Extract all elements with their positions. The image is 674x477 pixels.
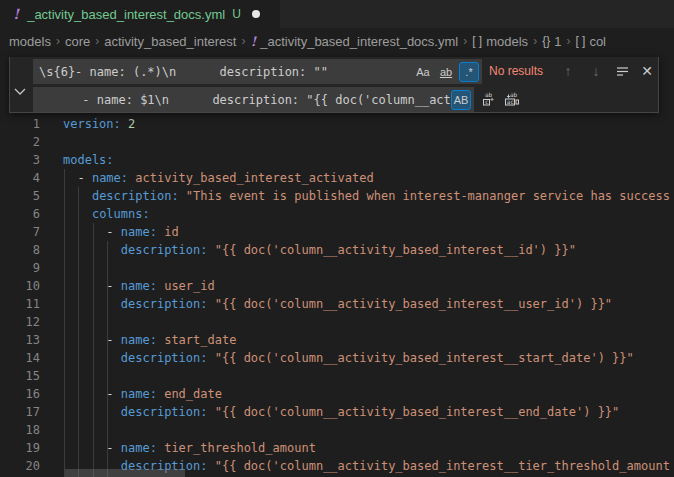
code-token: -: [63, 225, 121, 239]
code-token: user_id: [164, 279, 215, 293]
breadcrumb-item-models[interactable]: [ ]models: [472, 34, 528, 49]
breadcrumb-item-_activity_based_interest_docs.yml[interactable]: !_activity_based_interest_docs.yml: [250, 34, 458, 49]
line-number[interactable]: 1: [0, 115, 40, 133]
code-line[interactable]: [63, 367, 674, 385]
find-input-value: \s{6}- name: (.*)\n description: "": [33, 65, 413, 79]
breadcrumb-label: _activity_based_interest_docs.yml: [260, 34, 458, 49]
line-number[interactable]: 5: [0, 187, 40, 205]
code-token: -: [63, 333, 121, 347]
modified-indicator-dot[interactable]: [252, 10, 260, 18]
line-number[interactable]: 11: [0, 295, 40, 313]
code-token: description:: [121, 297, 208, 311]
code-token: name:: [121, 279, 157, 293]
code-token: description:: [121, 405, 208, 419]
line-number[interactable]: 13: [0, 331, 40, 349]
svg-text:c: c: [485, 98, 489, 105]
line-number[interactable]: 20: [0, 457, 40, 475]
code-token: name:: [92, 171, 128, 185]
line-number[interactable]: 14: [0, 349, 40, 367]
code-line[interactable]: columns:: [63, 205, 674, 223]
code-line[interactable]: version: 2: [63, 115, 674, 133]
code-token: id: [164, 225, 178, 239]
code-line[interactable]: models:: [63, 151, 674, 169]
breadcrumb-separator-icon: ›: [533, 34, 537, 48]
code-line[interactable]: - name: end_date: [63, 385, 674, 403]
line-number[interactable]: 10: [0, 277, 40, 295]
code-token: [179, 189, 186, 203]
line-number[interactable]: 18: [0, 421, 40, 439]
replace-all-button[interactable]: ab ac: [502, 89, 522, 109]
line-number[interactable]: 19: [0, 439, 40, 457]
code-token: [63, 207, 92, 221]
breadcrumb-label: core: [65, 34, 90, 49]
line-number[interactable]: 8: [0, 241, 40, 259]
code-token: activity_based_interest_activated: [135, 171, 373, 185]
line-number[interactable]: 16: [0, 385, 40, 403]
breadcrumb-item-core[interactable]: core: [65, 34, 90, 49]
code-line[interactable]: [63, 259, 674, 277]
vscode-window: ! _activity_based_interest_docs.yml U mo…: [0, 0, 674, 477]
line-number[interactable]: 9: [0, 259, 40, 277]
line-number[interactable]: 7: [0, 223, 40, 241]
code-token: "{{ doc('column__activity_based_interest…: [215, 243, 576, 257]
replace-input[interactable]: - name: $1\n description: "{{ doc('colum…: [33, 87, 474, 112]
find-in-selection-button[interactable]: [612, 61, 632, 81]
code-line[interactable]: description: "{{ doc('column__activity_b…: [63, 349, 674, 367]
code-token: name:: [121, 387, 157, 401]
toggle-replace-chevron-icon[interactable]: [12, 83, 28, 99]
code-line[interactable]: - name: user_id: [63, 277, 674, 295]
find-input[interactable]: \s{6}- name: (.*)\n description: "" Aa a…: [33, 59, 482, 84]
yaml-exclamation-icon: !: [250, 34, 256, 49]
tab-filename: _activity_based_interest_docs.yml: [27, 7, 225, 22]
svg-text:ab: ab: [510, 91, 518, 98]
tab-bar: ! _activity_based_interest_docs.yml U: [0, 0, 674, 28]
code-line[interactable]: - name: start_date: [63, 331, 674, 349]
line-number[interactable]: 12: [0, 313, 40, 331]
close-find-widget-button[interactable]: ✕: [637, 61, 657, 81]
next-match-button[interactable]: ↓: [586, 61, 606, 81]
replace-button[interactable]: ab c: [479, 89, 499, 109]
code-token: [208, 351, 215, 365]
code-line[interactable]: description: "{{ doc('column__activity_b…: [63, 403, 674, 421]
code-token: description:: [121, 351, 208, 365]
line-number[interactable]: 2: [0, 133, 40, 151]
array-symbol-icon: [ ]: [472, 34, 482, 48]
code-line[interactable]: [63, 313, 674, 331]
code-line[interactable]: - name: activity_based_interest_activate…: [63, 169, 674, 187]
breadcrumb-label: 1: [554, 34, 561, 49]
breadcrumb-item-models[interactable]: models: [9, 34, 51, 49]
horizontal-scrollbar[interactable]: [65, 469, 185, 477]
breadcrumb-item-col[interactable]: [ ]col: [575, 34, 606, 49]
line-number[interactable]: 6: [0, 205, 40, 223]
svg-text:ab: ab: [485, 91, 493, 98]
code-line[interactable]: - name: id: [63, 223, 674, 241]
code-line[interactable]: - name: tier_threshold_amount: [63, 439, 674, 457]
code-token: [63, 351, 121, 365]
previous-match-button[interactable]: ↑: [558, 61, 578, 81]
line-number[interactable]: 4: [0, 169, 40, 187]
regex-toggle[interactable]: .*: [459, 62, 479, 82]
breadcrumb-label: models: [486, 34, 528, 49]
array-symbol-icon: [ ]: [575, 34, 585, 48]
code-line[interactable]: [63, 133, 674, 151]
code-token: name:: [121, 333, 157, 347]
code-line[interactable]: description: "This event is published wh…: [63, 187, 674, 205]
code-line[interactable]: description: "{{ doc('column__activity_b…: [63, 295, 674, 313]
line-number[interactable]: 3: [0, 151, 40, 169]
breadcrumb-item-1[interactable]: {}1: [542, 34, 561, 49]
match-case-toggle[interactable]: Aa: [413, 62, 433, 82]
code-line[interactable]: [63, 421, 674, 439]
code-token: start_date: [164, 333, 236, 347]
code-token: version:: [63, 117, 121, 131]
line-number[interactable]: 17: [0, 403, 40, 421]
breadcrumb-item-activity_based_interest[interactable]: activity_based_interest: [104, 34, 236, 49]
line-number[interactable]: 15: [0, 367, 40, 385]
code-editor[interactable]: 1234567891011121314151617181920 version:…: [0, 54, 674, 477]
preserve-case-toggle[interactable]: AB: [451, 90, 471, 110]
editor-tab[interactable]: ! _activity_based_interest_docs.yml U: [0, 0, 280, 28]
breadcrumb-separator-icon: ›: [241, 34, 245, 48]
code-line[interactable]: description: "{{ doc('column__activity_b…: [63, 241, 674, 259]
code-token: [63, 297, 121, 311]
code-token: [208, 405, 215, 419]
whole-word-toggle[interactable]: ab: [436, 62, 456, 82]
